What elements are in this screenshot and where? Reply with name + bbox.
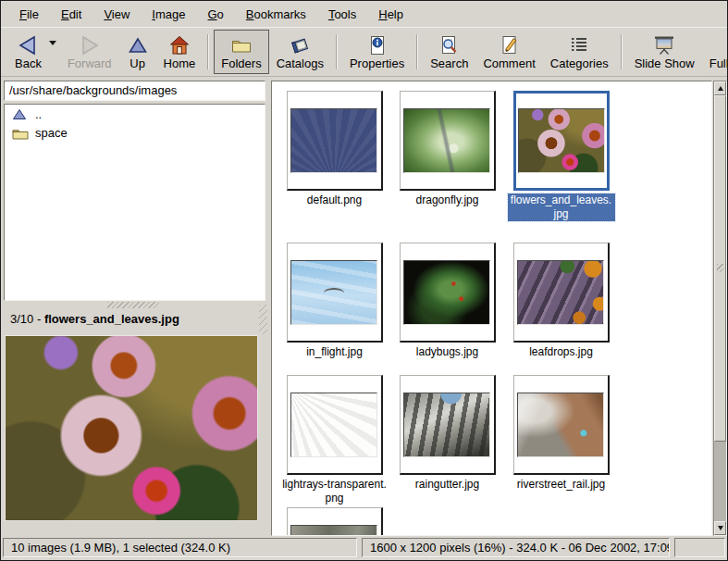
folders-button[interactable]: Folders [214, 30, 268, 74]
thumbnail-card [400, 243, 496, 343]
arrow-up-icon [718, 86, 723, 91]
tree-item-parent[interactable]: .. [5, 105, 265, 123]
up-icon [127, 34, 149, 56]
image-list-pane: default.png dragonfly.jpg flowers_and_le… [271, 81, 712, 536]
menu-image[interactable]: Image [141, 3, 196, 26]
thumbnail-image [518, 108, 605, 173]
full-screen-label: Full Screen [709, 56, 728, 70]
thumbnail-label: default.png [307, 193, 362, 207]
categories-label: Categories [550, 56, 609, 70]
properties-icon [366, 34, 389, 56]
vertical-splitter-grip[interactable] [259, 305, 267, 334]
selection-filename: flowers_and_leaves.jpg [44, 312, 179, 326]
thumbnail-lightrays-transparent-png[interactable]: lightrays-transparent.png [278, 375, 390, 507]
toolbar-separator [621, 34, 623, 69]
menu-go[interactable]: Go [196, 3, 234, 26]
slide-show-icon [652, 34, 676, 56]
thumbnail-card [513, 375, 610, 475]
toolbar-separator [207, 34, 209, 69]
thumbnail-card [400, 375, 496, 475]
slide-show-button[interactable]: Slide Show [627, 30, 702, 74]
thumbnail-image [290, 525, 377, 537]
toolbar: Back Forward Up Home [1, 27, 727, 77]
comment-button[interactable]: Comment [475, 30, 542, 74]
tree-item-label: space [35, 126, 68, 140]
selection-separator: - [33, 312, 44, 326]
selection-position: 3/10 [10, 312, 33, 326]
comment-icon [499, 34, 521, 56]
folders-label: Folders [221, 56, 261, 70]
menu-help[interactable]: Help [367, 3, 414, 26]
thumbnail-flowers-and-leaves-jpg-selected[interactable]: flowers_and_leaves.jpg [504, 91, 618, 243]
slide-show-label: Slide Show [635, 56, 695, 70]
forward-button[interactable]: Forward [60, 30, 119, 74]
thumbnail-label: raingutter.jpg [415, 478, 479, 492]
thumbnail-label: leafdrops.jpg [529, 345, 593, 359]
thumbnail-label: lightrays-transparent.png [281, 478, 389, 505]
thumbnail-label: ladybugs.jpg [416, 345, 478, 359]
thumbnail-riverstreet-rail-jpg[interactable]: riverstreet_rail.jpg [504, 375, 618, 507]
thumbnail-grid: default.png dragonfly.jpg flowers_and_le… [272, 81, 711, 535]
thumbnail-card [287, 507, 383, 536]
thumbnail-scrollbar[interactable] [713, 81, 727, 536]
scrollbar-thumb[interactable] [714, 95, 726, 442]
app-window: File Edit View Image Go Bookmarks Tools … [0, 0, 728, 561]
home-button[interactable]: Home [156, 30, 204, 74]
up-dir-icon [12, 108, 29, 121]
menu-file[interactable]: File [8, 3, 50, 26]
preview-image [5, 335, 258, 521]
categories-icon [568, 34, 590, 56]
thumbnail-partial[interactable] [278, 507, 390, 536]
menu-bookmarks[interactable]: Bookmarks [235, 3, 317, 26]
up-button[interactable]: Up [119, 30, 156, 74]
thumbnail-card [287, 375, 383, 475]
thumbnail-in-flight-jpg[interactable]: in_flight.jpg [278, 243, 390, 375]
back-history-dropdown[interactable] [49, 30, 60, 74]
thumbnail-card [513, 91, 610, 191]
search-button[interactable]: Search [423, 30, 475, 74]
folder-tree: .. space [4, 104, 265, 301]
status-image-details: 1600 x 1200 pixels (16%) - 324.0 K - 06 … [362, 538, 670, 557]
home-label: Home [164, 56, 196, 70]
menu-edit[interactable]: Edit [50, 3, 93, 26]
menu-bar: File Edit View Image Go Bookmarks Tools … [1, 1, 727, 27]
status-image-count: 10 images (1.9 MB), 1 selected (324.0 K) [3, 538, 357, 557]
tree-item-label: .. [35, 107, 42, 121]
thumbnail-label: in_flight.jpg [306, 345, 363, 359]
menu-view[interactable]: View [93, 3, 141, 26]
menu-tools[interactable]: Tools [317, 3, 367, 26]
chevron-down-icon [49, 41, 56, 45]
location-input[interactable]: /usr/share/backgrounds/images [4, 81, 265, 101]
status-filler [674, 538, 725, 557]
thumbnail-image [290, 108, 377, 173]
thumbnail-ladybugs-jpg[interactable]: ladybugs.jpg [390, 243, 504, 375]
thumbnail-image [403, 108, 490, 173]
full-screen-button[interactable]: Full Screen [702, 30, 728, 74]
tree-item-space[interactable]: space [5, 123, 265, 142]
folders-icon [230, 34, 253, 56]
categories-button[interactable]: Categories [543, 30, 616, 74]
thumbnail-card [287, 91, 383, 191]
thumbnail-card [400, 91, 496, 191]
thumbnail-image [403, 260, 490, 325]
back-button[interactable]: Back [7, 30, 49, 74]
thumbnail-default-png[interactable]: default.png [278, 91, 390, 243]
selection-info: 3/10 - flowers_and_leaves.jpg [4, 307, 259, 331]
thumbnail-dragonfly-jpg[interactable]: dragonfly.jpg [390, 91, 504, 243]
up-label: Up [130, 56, 145, 70]
properties-button[interactable]: Properties [342, 30, 412, 74]
comment-label: Comment [483, 56, 535, 70]
thumbnail-label: riverstreet_rail.jpg [517, 478, 605, 492]
catalogs-button[interactable]: Catalogs [269, 30, 331, 74]
catalogs-icon [289, 34, 311, 56]
thumbnail-label: dragonfly.jpg [416, 193, 479, 207]
status-bar: 10 images (1.9 MB), 1 selected (324.0 K)… [1, 536, 727, 560]
thumbnail-raingutter-jpg[interactable]: raingutter.jpg [390, 375, 504, 507]
scroll-down-button[interactable] [714, 521, 726, 535]
thumbnail-leafdrops-jpg[interactable]: leafdrops.jpg [504, 243, 618, 375]
properties-label: Properties [350, 56, 404, 70]
scroll-up-button[interactable] [714, 81, 726, 95]
thumbnail-card [287, 243, 383, 343]
forward-label: Forward [68, 56, 112, 70]
toolbar-separator [416, 34, 418, 69]
